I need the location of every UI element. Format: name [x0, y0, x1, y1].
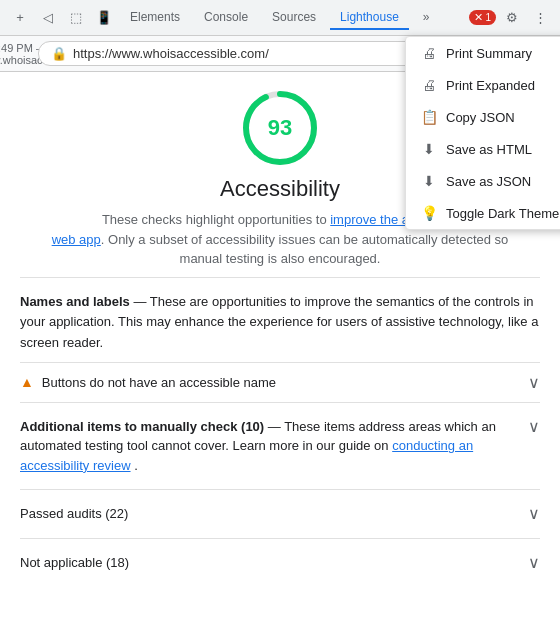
lock-icon: 🔒 [51, 46, 67, 61]
passed-title: Passed audits (22) [20, 504, 520, 524]
not-applicable-section: Not applicable (18) ∨ [20, 538, 540, 587]
inspector-button[interactable]: ⬚ [64, 6, 88, 30]
print-expanded-label: Print Expanded [446, 78, 535, 93]
dropdown-save-html[interactable]: ⬇ Save as HTML [406, 133, 560, 165]
tab-more[interactable]: » [413, 6, 440, 30]
warning-icon: ▲ [20, 374, 34, 390]
dropdown-menu: 🖨 Print Summary 🖨 Print Expanded 📋 Copy … [405, 36, 560, 230]
tab-sources[interactable]: Sources [262, 6, 326, 30]
additional-header: Additional items to manually check (10) … [20, 417, 540, 476]
additional-title: Additional items to manually check (10) … [20, 417, 520, 476]
tab-lighthouse[interactable]: Lighthouse [330, 6, 409, 30]
timestamp-label: 8:37:49 PM – www.whoisacce... [8, 42, 32, 66]
copy-json-label: Copy JSON [446, 110, 515, 125]
names-section: Names and labels — These are opportuniti… [20, 277, 540, 362]
device-button[interactable]: 📱 [92, 6, 116, 30]
tab-elements[interactable]: Elements [120, 6, 190, 30]
dropdown-copy-json[interactable]: 📋 Copy JSON [406, 101, 560, 133]
score-title: Accessibility [220, 176, 340, 202]
error-badge: ✕ 1 [469, 10, 496, 25]
back-button[interactable]: ◁ [36, 6, 60, 30]
dropdown-print-expanded[interactable]: 🖨 Print Expanded [406, 69, 560, 101]
dropdown-save-json[interactable]: ⬇ Save as JSON [406, 165, 560, 197]
save-json-label: Save as JSON [446, 174, 531, 189]
settings-icon[interactable]: ⚙ [500, 6, 524, 30]
not-applicable-chevron[interactable]: ∨ [528, 553, 540, 572]
warning-text: Buttons do not have an accessible name [42, 375, 512, 390]
toggle-dark-icon: 💡 [420, 205, 438, 221]
devtools-tabbar: + ◁ ⬚ 📱 Elements Console Sources Lightho… [0, 0, 560, 36]
not-applicable-header[interactable]: Not applicable (18) ∨ [20, 553, 540, 573]
additional-section: Additional items to manually check (10) … [20, 402, 540, 490]
warning-chevron[interactable]: ∨ [528, 373, 540, 392]
not-applicable-title: Not applicable (18) [20, 553, 520, 573]
passed-chevron[interactable]: ∨ [528, 504, 540, 523]
main-content: 93 Accessibility These checks highlight … [0, 72, 560, 602]
devtools-right-icons: ✕ 1 ⚙ ⋮ [469, 6, 552, 30]
accessibility-link[interactable]: improve the accessibilweb app [52, 212, 458, 247]
print-summary-label: Print Summary [446, 46, 532, 61]
save-json-icon: ⬇ [420, 173, 438, 189]
warning-section: ▲ Buttons do not have an accessible name… [20, 362, 540, 402]
dropdown-toggle-dark[interactable]: 💡 Toggle Dark Theme [406, 197, 560, 229]
copy-json-icon: 📋 [420, 109, 438, 125]
names-title: Names and labels — These are opportuniti… [20, 292, 540, 354]
save-html-label: Save as HTML [446, 142, 532, 157]
browser-frame: + ◁ ⬚ 📱 Elements Console Sources Lightho… [0, 0, 560, 602]
more-options-icon[interactable]: ⋮ [528, 6, 552, 30]
additional-chevron[interactable]: ∨ [528, 417, 540, 436]
dropdown-print-summary[interactable]: 🖨 Print Summary [406, 37, 560, 69]
score-circle: 93 [240, 88, 320, 168]
passed-header[interactable]: Passed audits (22) ∨ [20, 504, 540, 524]
new-tab-button[interactable]: + [8, 6, 32, 30]
print-summary-icon: 🖨 [420, 45, 438, 61]
print-expanded-icon: 🖨 [420, 77, 438, 93]
save-html-icon: ⬇ [420, 141, 438, 157]
passed-section: Passed audits (22) ∨ [20, 489, 540, 538]
warning-row[interactable]: ▲ Buttons do not have an accessible name… [20, 363, 540, 402]
score-number: 93 [268, 115, 292, 141]
tab-console[interactable]: Console [194, 6, 258, 30]
toggle-dark-label: Toggle Dark Theme [446, 206, 559, 221]
url-text: https://www.whoisaccessible.com/ [73, 46, 269, 61]
